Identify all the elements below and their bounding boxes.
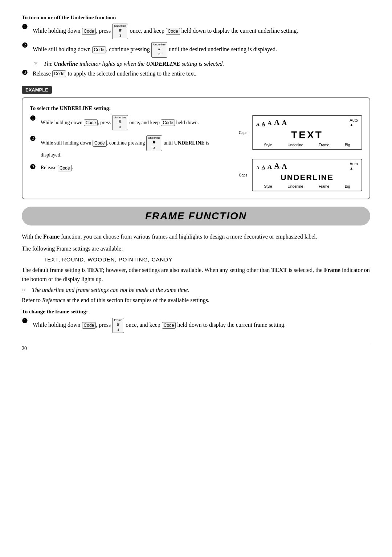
display1-bottom-row: Style Underline Frame Big [256, 143, 358, 147]
step2-number: ❷ [22, 41, 30, 49]
display2-big: Big [345, 184, 350, 188]
display1-auto: Auto▲ [350, 118, 358, 127]
change-frame-step1: ❶ While holding down Code, press Frame #… [22, 318, 370, 333]
display2-auto: Auto▲ [350, 162, 358, 170]
step1-number: ❶ [22, 23, 30, 31]
ex-underline-key-1: Underline #3 [112, 115, 128, 131]
note-text: The Underline indicator lights up when t… [44, 61, 224, 67]
step3-text: Release Code to apply the selected under… [33, 69, 370, 78]
display1-wrapper: Caps A A A A A Auto▲ TEXT [239, 115, 362, 150]
code-key-3: Code [92, 46, 106, 53]
underline-key-2: Underline #3 [151, 42, 167, 58]
ex-code-key-3: Code [93, 140, 107, 147]
underline-key-1: Underline #3 [112, 24, 128, 39]
frame-para3: The default frame setting is TEXT; howev… [22, 265, 370, 284]
frame-note: ☞ The underline and frame settings can n… [22, 287, 370, 293]
change-step1-num: ❶ [22, 317, 30, 325]
display1-letter-5: A [282, 119, 287, 127]
underline-heading: To turn on or off the Underline function… [22, 15, 370, 21]
frame-bold-1: Frame [43, 233, 60, 240]
ex-step1: ❶ While holding down Code, press Underli… [30, 115, 228, 131]
step2-text: While still holding down Code, continue … [33, 42, 370, 58]
display2-caps: Caps [239, 173, 247, 177]
key-main-2: #3 [153, 46, 166, 57]
ex-key-main-2: #3 [148, 139, 160, 150]
ex-code-key-1: Code [84, 119, 98, 126]
ex-step3-num: ❸ [30, 163, 38, 171]
underline-note: ☞ The Underline indicator lights up when… [33, 61, 370, 67]
frame-note-icon: ☞ [22, 287, 29, 293]
frame-bold-frame: Frame [324, 267, 340, 273]
display2-main-text: UNDERLINE [256, 171, 358, 184]
underline-step3: ❸ Release Code to apply the selected und… [22, 69, 370, 78]
ex-underline-key-2: Underline #3 [146, 135, 162, 151]
frame-bold-text2: TEXT [271, 267, 287, 273]
display1-style: Style [264, 143, 272, 147]
display2-lcd-wrapper: Caps A A A A A Auto▲ UNDERL [239, 159, 362, 191]
ex-code-key-2: Code [161, 119, 175, 126]
display2-letter-3: A [268, 163, 272, 171]
display2-wrapper: Caps A A A A A Auto▲ UNDERL [239, 159, 362, 191]
frame-key-main: #4 [114, 322, 122, 332]
display2-letter-4: A [274, 162, 279, 171]
display1-frame: Frame [319, 143, 329, 147]
ex-key-main-1: #3 [114, 119, 126, 130]
example-right: Caps A A A A A Auto▲ TEXT [239, 115, 362, 191]
underline-section: To turn on or off the Underline function… [22, 15, 370, 78]
display2-frame: Frame [319, 184, 329, 188]
example-heading: To select the UNDERLINE setting: [30, 105, 362, 111]
example-badge: EXAMPLE [22, 81, 370, 97]
underline-label-2: Underline [153, 43, 166, 46]
note-icon: ☞ [33, 61, 41, 67]
display2-top-row: A A A A A Auto▲ [256, 162, 358, 171]
display1-top-row: A A A A A Auto▲ [256, 118, 358, 127]
frame-function-title-text: FRAME FUNCTION [145, 210, 247, 221]
step1-text: While holding down Code, press Underline… [33, 24, 370, 39]
frame-bold-text: TEXT [87, 267, 103, 273]
frame-note-text: The underline and frame settings can not… [32, 287, 189, 293]
frame-section: With the Frame function, you can choose … [22, 232, 370, 333]
display1-underline: Underline [288, 143, 303, 147]
display2-letter-2: A [262, 165, 265, 171]
example-inner: ❶ While holding down Code, press Underli… [30, 115, 362, 191]
page-number: 20 [22, 346, 27, 351]
display1-letters: A A A A A [256, 118, 287, 127]
code-key-4: Code [52, 70, 66, 77]
step3-number: ❸ [22, 69, 30, 77]
display1: A A A A A Auto▲ TEXT Style Underline [252, 115, 362, 150]
underline-label-1: Underline [114, 25, 126, 28]
display2-style: Style [264, 184, 272, 188]
ex-step3: ❸ Release Code. [30, 164, 228, 171]
ex-step2: ❷ While still holding down Code, continu… [30, 135, 228, 159]
display1-caps: Caps [239, 130, 247, 134]
ex-step2-num: ❷ [30, 135, 38, 143]
frame-key: Frame #4 [112, 318, 124, 333]
display2-letters: A A A A A [256, 162, 287, 171]
underline-step1: ❶ While holding down Code, press Underli… [22, 24, 370, 39]
frame-refer: Refer to Reference at the end of this se… [22, 296, 370, 305]
frame-label-top: Frame [114, 319, 122, 322]
code-key-1: Code [82, 28, 96, 35]
display2-underline: Underline [288, 184, 303, 188]
frame-para1: With the Frame function, you can choose … [22, 232, 370, 241]
ex-step3-text: Release Code. [41, 164, 228, 171]
underline-step2: ❷ While still holding down Code, continu… [22, 42, 370, 58]
display1-big: Big [345, 143, 350, 147]
ex-step1-num: ❶ [30, 114, 38, 122]
example-badge-text: EXAMPLE [22, 86, 52, 94]
page-number-area: 20 [22, 344, 370, 351]
display1-letter-2: A [262, 121, 265, 127]
display1-main-text: TEXT [256, 128, 358, 142]
ex-underline-label-2: Underline [148, 137, 160, 139]
ex-code-key-4: Code [58, 165, 72, 172]
example-box: To select the UNDERLINE setting: ❶ While… [22, 97, 370, 199]
key-main-1: #3 [114, 28, 126, 38]
display2-letter-5: A [282, 162, 287, 171]
code-key-2: Code [166, 28, 180, 35]
change-step1-text: While holding down Code, press Frame #4 … [33, 318, 370, 333]
frame-function-title: FRAME FUNCTION [22, 207, 370, 225]
frame-list: TEXT, ROUND, WOODEN, POINTING, CANDY [44, 256, 370, 263]
change-frame-heading: To change the frame setting: [22, 309, 370, 315]
display1-letter-3: A [268, 120, 272, 127]
display2-bottom-row: Style Underline Frame Big [256, 184, 358, 188]
